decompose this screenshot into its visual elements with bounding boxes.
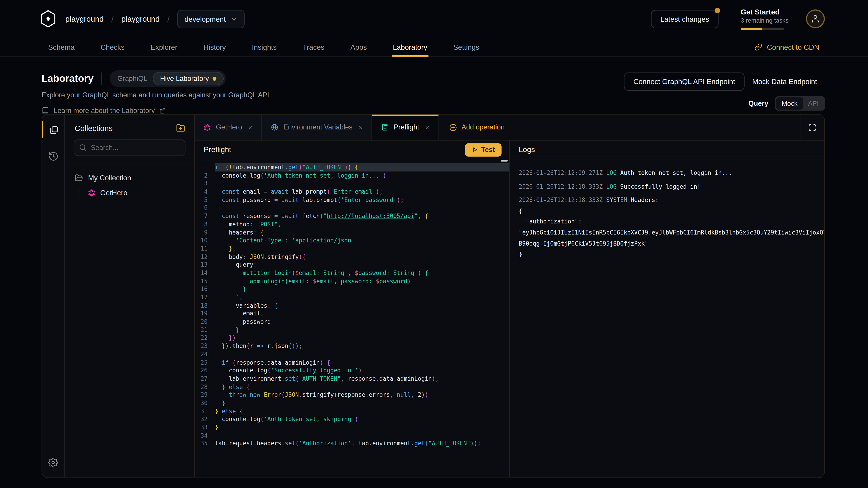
collection-folder-my-collection[interactable]: My Collection — [71, 172, 188, 184]
line-number: 1 — [195, 163, 215, 171]
code-line: 23 }).then(r => r.json()); — [195, 342, 509, 350]
query-target-mock[interactable]: Mock — [776, 97, 803, 109]
history-rail-button[interactable] — [46, 149, 60, 163]
search-icon — [79, 143, 87, 152]
learn-more-link[interactable]: Learn more about the Laboratory — [41, 107, 868, 115]
tab-preflight[interactable]: Preflight× — [372, 115, 439, 140]
code-line: 14 mutation Login($email: String!, $pass… — [195, 269, 509, 277]
settings-rail-button[interactable] — [46, 455, 60, 470]
add-operation-label: Add operation — [462, 123, 505, 131]
nav-tab-apps[interactable]: Apps — [349, 38, 368, 57]
line-number: 31 — [195, 407, 215, 415]
line-number: 6 — [195, 204, 215, 212]
line-number: 5 — [195, 196, 215, 204]
code-line: 4 const email = await lab.prompt('Enter … — [195, 188, 509, 196]
line-number: 19 — [195, 310, 215, 318]
nav-tab-history[interactable]: History — [202, 38, 227, 57]
fullscreen-button[interactable] — [800, 115, 825, 140]
add-operation-button[interactable]: Add operation — [439, 115, 515, 140]
code-line: 15 adminLogin(email: $email, password: $… — [195, 277, 509, 285]
latest-changes-button[interactable]: Latest changes — [651, 10, 719, 28]
log-entry: } — [519, 249, 815, 260]
line-number: 33 — [195, 423, 215, 431]
nav-tab-checks[interactable]: Checks — [99, 38, 126, 57]
line-number: 15 — [195, 277, 215, 285]
breadcrumb-project[interactable]: playground — [121, 14, 160, 23]
breadcrumb-separator: / — [167, 14, 170, 23]
mock-endpoint-button[interactable]: Mock Data Endpoint — [745, 73, 825, 90]
log-entry: "eyJhbGciOiJIUzI1NiIsInR5cCI6IkpXVCJ9.ey… — [519, 227, 815, 238]
line-number: 25 — [195, 358, 215, 366]
collections-rail-button[interactable] — [46, 122, 60, 137]
link-icon — [755, 43, 763, 51]
logs-output[interactable]: 2026-01-26T12:12:09.271Z LOG Auth token … — [510, 159, 825, 477]
get-started-title: Get Started — [741, 8, 784, 16]
mode-option-graphiql[interactable]: GraphiQL — [117, 75, 147, 83]
breadcrumb-separator: / — [112, 14, 114, 23]
laboratory-mode-toggle: GraphiQL Hive Laboratory — [110, 70, 226, 87]
close-tab-icon[interactable]: × — [359, 123, 363, 131]
preflight-script-editor[interactable]: 1if (!lab.environment.get("AUTH_TOKEN"))… — [195, 159, 509, 477]
code-line: 12 body: JSON.stringify({ — [195, 253, 509, 261]
nav-tab-laboratory[interactable]: Laboratory — [392, 38, 428, 57]
close-tab-icon[interactable]: × — [248, 123, 252, 131]
active-rail-indicator — [41, 121, 43, 138]
top-bar: playground / playground / development La… — [0, 0, 868, 38]
gear-icon — [48, 457, 58, 467]
nav-tab-schema[interactable]: Schema — [47, 38, 76, 57]
line-number: 29 — [195, 391, 215, 399]
sidebar-icon-rail — [42, 115, 65, 478]
line-number: 23 — [195, 342, 215, 350]
code-line: 7 const response = await fetch("http://l… — [195, 212, 509, 220]
get-started-widget[interactable]: Get Started 3 remaining tasks — [741, 8, 784, 30]
code-line: 20 password — [195, 318, 509, 326]
environment-selector-value: development — [184, 15, 225, 23]
notification-dot — [715, 7, 720, 13]
collections-panel: Collections My Collection GetHero — [65, 115, 195, 478]
line-number: 3 — [195, 180, 215, 188]
tab-label: Environment Variables — [283, 123, 352, 131]
code-line: 5 const password = await lab.prompt('Ent… — [195, 196, 509, 204]
code-line: 26 console.log('Successfully logged in!'… — [195, 366, 509, 375]
query-target-api[interactable]: API — [803, 97, 824, 109]
tab-gethero[interactable]: GetHero× — [195, 115, 262, 140]
code-line: 29 throw new Error(JSON.stringify(respon… — [195, 391, 509, 399]
mode-option-hive-laboratory[interactable]: Hive Laboratory — [153, 72, 224, 85]
new-collection-button[interactable] — [176, 123, 186, 133]
line-number: 34 — [195, 431, 215, 440]
operation-item-gethero[interactable]: GetHero — [79, 187, 131, 199]
collections-icon — [48, 124, 59, 135]
code-line: 17 `, — [195, 293, 509, 301]
nav-tab-settings[interactable]: Settings — [452, 38, 480, 57]
line-number: 18 — [195, 301, 215, 310]
close-tab-icon[interactable]: × — [425, 123, 430, 131]
code-line: 9 headers: { — [195, 228, 509, 236]
log-entry: "authorization": — [519, 217, 815, 227]
logs-pane: Logs 2026-01-26T12:12:09.271Z LOG Auth t… — [510, 140, 825, 477]
query-target-toggle: Mock API — [775, 96, 825, 111]
code-line: 30 } — [195, 399, 509, 407]
test-button[interactable]: Test — [465, 143, 502, 156]
connect-to-cdn-link[interactable]: Connect to CDN — [755, 38, 819, 57]
nav-tab-insights[interactable]: Insights — [251, 38, 278, 57]
tab-label: Preflight — [394, 123, 419, 131]
query-label: Query — [748, 100, 769, 107]
connect-endpoint-button[interactable]: Connect GraphQL API Endpoint — [624, 72, 744, 91]
line-number: 17 — [195, 293, 215, 301]
nav-tab-explorer[interactable]: Explorer — [149, 38, 178, 57]
user-avatar[interactable] — [806, 9, 825, 28]
editor-scrollbar-thumb[interactable] — [501, 160, 507, 162]
hive-logo-icon[interactable] — [39, 9, 57, 28]
breadcrumb-org[interactable]: playground — [65, 14, 104, 23]
environment-selector[interactable]: development — [178, 10, 245, 28]
mode-option-label: Hive Laboratory — [160, 75, 209, 83]
collections-search-input[interactable] — [74, 139, 186, 156]
nav-tab-traces[interactable]: Traces — [302, 38, 326, 57]
history-icon — [48, 151, 59, 161]
code-line: 16 } — [195, 285, 509, 293]
code-line: 6 — [195, 204, 509, 212]
laboratory-workbench: Collections My Collection GetHero — [41, 114, 825, 478]
test-button-label: Test — [481, 146, 495, 153]
folder-open-icon — [75, 174, 83, 182]
tab-environment-variables[interactable]: Environment Variables× — [262, 115, 372, 140]
